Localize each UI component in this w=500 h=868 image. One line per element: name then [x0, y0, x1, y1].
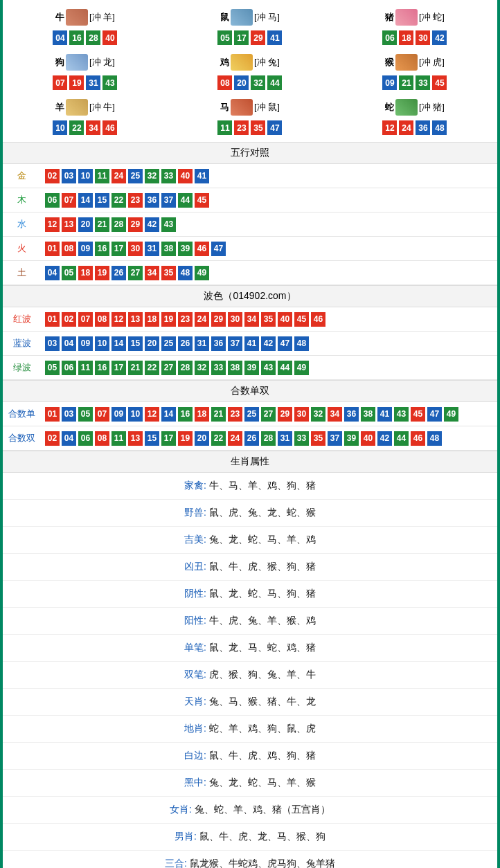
row-numbers: 05061116172122272832333839434449	[41, 356, 497, 379]
attr-key: 家禽:	[184, 480, 209, 491]
number-ball: 43	[161, 217, 176, 232]
attr-val: 兔、蛇、羊、鸡、猪（五宫肖）	[195, 804, 330, 815]
number-ball: 26	[178, 336, 193, 351]
number-ball: 22	[69, 120, 84, 135]
attr-row: 单笔: 鼠、龙、马、蛇、鸡、猪	[3, 635, 497, 662]
attr-row: 家禽: 牛、马、羊、鸡、狗、猪	[3, 473, 497, 500]
zodiac-numbers: 12243648	[332, 120, 497, 135]
number-ball: 03	[62, 407, 76, 422]
zodiac-icon	[231, 54, 253, 71]
zodiac-name: 羊	[55, 101, 64, 114]
row-numbers: 1213202128294243	[41, 213, 497, 236]
row-label: 合数单	[3, 402, 41, 426]
attr-val: 鼠、牛、虎、猴、狗、猪	[209, 561, 316, 572]
number-ball: 14	[161, 407, 176, 422]
attr-val: 鼠、虎、兔、龙、蛇、猴	[209, 507, 316, 518]
number-ball: 43	[261, 361, 276, 375]
number-ball: 34	[86, 120, 100, 135]
number-ball: 49	[294, 361, 309, 375]
zodiac-numbers: 09213345	[332, 75, 497, 90]
number-ball: 48	[432, 120, 447, 135]
attr-val: 鼠、龙、蛇、马、狗、猪	[209, 588, 316, 599]
number-ball: 04	[62, 336, 76, 351]
number-ball: 45	[432, 75, 447, 90]
number-ball: 11	[111, 431, 126, 446]
zodiac-cell: 马 [冲 鼠] 11233547	[168, 93, 332, 138]
number-ball: 11	[95, 169, 109, 183]
number-ball: 09	[111, 407, 126, 422]
attr-val: 兔、马、猴、猪、牛、龙	[209, 696, 316, 707]
zodiac-cell: 鸡 [冲 兔] 08203244	[168, 48, 332, 93]
attr-row: 地肖: 蛇、羊、鸡、狗、鼠、虎	[3, 716, 497, 743]
number-ball: 27	[261, 407, 276, 422]
heshu-table: 合数单 010305070910121416182123252729303234…	[3, 402, 497, 451]
attr-row: 女肖: 兔、蛇、羊、鸡、猪（五宫肖）	[3, 797, 497, 824]
zodiac-cell: 蛇 [冲 猪] 12243648	[332, 93, 497, 138]
attr-key: 吉美:	[184, 534, 209, 545]
number-ball: 31	[195, 336, 209, 351]
number-ball: 24	[228, 431, 242, 446]
number-ball: 41	[267, 30, 282, 45]
number-ball: 44	[267, 75, 282, 90]
zodiac-clash: [冲 兔]	[254, 56, 280, 69]
zodiac-clash: [冲 羊]	[89, 11, 115, 24]
number-ball: 21	[399, 75, 413, 90]
table-row: 合数单 010305070910121416182123252729303234…	[3, 402, 497, 426]
number-ball: 01	[45, 242, 60, 256]
number-ball: 13	[128, 312, 143, 327]
number-ball: 21	[211, 407, 226, 422]
section-header-shuxing: 生肖属性	[3, 451, 497, 473]
number-ball: 23	[234, 120, 249, 135]
number-ball: 23	[228, 407, 242, 422]
attr-row: 野兽: 鼠、虎、兔、龙、蛇、猴	[3, 500, 497, 527]
number-ball: 18	[145, 312, 159, 327]
number-ball: 24	[195, 312, 209, 327]
row-numbers: 03040910141520252631363741424748	[41, 332, 497, 355]
zodiac-numbers: 10223446	[3, 120, 168, 135]
table-row: 金 02031011242532334041	[3, 164, 497, 188]
number-ball: 34	[244, 312, 259, 327]
number-ball: 28	[86, 30, 100, 45]
number-ball: 05	[78, 407, 93, 422]
attr-val: 兔、龙、蛇、马、羊、鸡	[209, 534, 316, 545]
attr-row: 三合: 鼠龙猴、牛蛇鸡、虎马狗、兔羊猪	[3, 851, 497, 868]
zodiac-numbers: 05172941	[168, 30, 332, 45]
attr-val: 鼠龙猴、牛蛇鸡、虎马狗、兔羊猪	[190, 858, 335, 868]
attr-row: 天肖: 兔、马、猴、猪、牛、龙	[3, 689, 497, 716]
number-ball: 42	[377, 431, 392, 446]
section-header-wuxing: 五行对照	[3, 142, 497, 164]
number-ball: 10	[53, 120, 67, 135]
number-ball: 16	[69, 30, 84, 45]
attr-row: 男肖: 鼠、牛、虎、龙、马、猴、狗	[3, 824, 497, 851]
attr-row: 白边: 鼠、牛、虎、鸡、狗、猪	[3, 743, 497, 770]
number-ball: 17	[111, 242, 126, 256]
number-ball: 10	[128, 407, 143, 422]
number-ball: 13	[128, 431, 143, 446]
number-ball: 49	[444, 407, 458, 422]
number-ball: 34	[145, 266, 159, 280]
number-ball: 45	[294, 312, 309, 327]
number-ball: 39	[344, 431, 359, 446]
number-ball: 09	[382, 75, 397, 90]
attr-key: 地肖:	[184, 723, 209, 734]
zodiac-numbers: 07193143	[3, 75, 168, 90]
number-ball: 15	[128, 336, 143, 351]
number-ball: 47	[211, 242, 226, 256]
number-ball: 17	[234, 30, 249, 45]
attr-key: 三合:	[165, 858, 190, 868]
number-ball: 06	[78, 431, 93, 446]
number-ball: 35	[311, 431, 325, 446]
zodiac-numbers: 04162840	[3, 30, 168, 45]
row-numbers: 04051819262734354849	[41, 262, 497, 284]
zodiac-title: 蛇 [冲 猪]	[332, 97, 497, 118]
number-ball: 03	[62, 169, 76, 183]
number-ball: 09	[78, 336, 93, 351]
attr-val: 兔、龙、蛇、马、羊、猴	[209, 777, 316, 788]
number-ball: 40	[361, 431, 375, 446]
bose-table: 红波 0102070812131819232429303435404546 蓝波…	[3, 307, 497, 380]
attr-val: 虎、猴、狗、兔、羊、牛	[209, 669, 316, 680]
number-ball: 17	[111, 361, 126, 375]
number-ball: 48	[178, 266, 193, 280]
table-row: 水 1213202128294243	[3, 213, 497, 237]
number-ball: 12	[111, 312, 126, 327]
